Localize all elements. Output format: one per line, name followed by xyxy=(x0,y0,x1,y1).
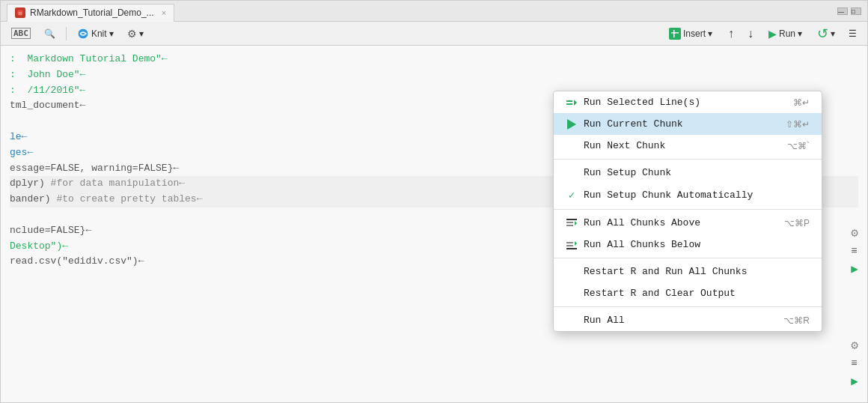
menu-item-run-setup-auto[interactable]: ✓ Run Setup Chunk Automatically xyxy=(554,184,822,207)
menu-label-restart-clear: Restart R and Clear Output xyxy=(584,288,736,299)
svg-rect-9 xyxy=(566,222,573,223)
code-editor[interactable]: : Markdown Tutorial Demo"← : John Doe"← … xyxy=(1,46,867,402)
menu-divider-3 xyxy=(554,258,822,258)
run-label: Run xyxy=(779,28,795,39)
menu-label-run-all: Run All xyxy=(584,315,625,326)
menu-label-run-next: Run Next Chunk xyxy=(584,140,665,151)
menu-label-run-all-above: Run All Chunks Above xyxy=(584,217,700,228)
menu-item-run-next[interactable]: Run Next Chunk ⌥⌘` xyxy=(554,135,822,157)
menu-divider-1 xyxy=(554,159,822,160)
tab-title: RMarkdown_Tutorial_Demo_... xyxy=(30,7,154,18)
minimize-button[interactable]: — xyxy=(837,7,848,15)
settings-button[interactable]: ⚙ ▾ xyxy=(123,26,148,41)
chunk-settings-icon-2[interactable]: ⚙ xyxy=(851,338,858,353)
run-all-below-icon xyxy=(566,240,578,249)
insert-icon xyxy=(669,28,681,40)
svg-rect-5 xyxy=(566,100,572,102)
abc-icon: ABC xyxy=(11,28,31,39)
svg-rect-13 xyxy=(566,245,573,246)
menu-label-restart-run: Restart R and Run All Chunks xyxy=(584,266,747,277)
chunk-settings-icon[interactable]: ⚙ xyxy=(851,225,858,240)
svg-rect-3 xyxy=(671,32,679,34)
svg-rect-6 xyxy=(566,103,572,105)
menu-divider-2 xyxy=(554,209,822,210)
menu-item-restart-clear[interactable]: Restart R and Clear Output xyxy=(554,282,822,304)
insert-dropdown-arrow: ▾ xyxy=(708,28,712,39)
gear-icon: ⚙ xyxy=(127,28,137,40)
divider xyxy=(66,27,67,40)
knit-label: Knit xyxy=(91,28,107,39)
knit-button[interactable]: Knit ▾ xyxy=(73,26,118,41)
svg-rect-12 xyxy=(566,242,573,243)
options-dropdown-arrow: ▾ xyxy=(831,28,835,39)
knit-dropdown-arrow: ▾ xyxy=(109,28,114,39)
editor-window: R RMarkdown_Tutorial_Demo_... × — □ ABC … xyxy=(0,0,868,403)
menu-item-restart-run[interactable]: Restart R and Run All Chunks xyxy=(554,261,822,282)
title-bar: R RMarkdown_Tutorial_Demo_... × — □ xyxy=(1,1,867,22)
down-arrow-icon: ↓ xyxy=(748,27,754,40)
navigate-up-button[interactable]: ↑ xyxy=(724,25,739,42)
cycle-icon: ↺ xyxy=(817,25,828,42)
run-arrow-icon: ▶ xyxy=(768,28,777,40)
run-all-above-icon xyxy=(566,219,578,228)
chunk-run-icon-2[interactable]: ▶ xyxy=(851,374,858,389)
svg-marker-15 xyxy=(575,241,577,246)
menu-item-run-all-below[interactable]: Run All Chunks Below xyxy=(554,234,822,255)
menu-label-run-setup-auto: Run Setup Chunk Automatically xyxy=(584,190,753,201)
chunk-controls: ⚙ ≡ ▶ xyxy=(851,225,858,276)
menu-label-run-setup: Run Setup Chunk xyxy=(584,167,671,178)
toolbar: ABC 🔍 Knit ▾ ⚙ ▾ xyxy=(1,22,867,46)
menu-item-run-all[interactable]: Run All ⌥⌘R xyxy=(554,309,822,331)
run-dropdown-menu: Run Selected Line(s) ⌘↵ Run Current Chun… xyxy=(553,91,822,332)
menu-label-run-selected: Run Selected Line(s) xyxy=(584,97,700,108)
settings-dropdown-arrow: ▾ xyxy=(139,28,144,39)
insert-button[interactable]: Insert ▾ xyxy=(662,25,719,42)
lines-icon: ☰ xyxy=(849,28,857,39)
run-dropdown-arrow: ▾ xyxy=(798,28,802,39)
menu-divider-4 xyxy=(554,306,822,307)
svg-rect-4 xyxy=(673,30,675,37)
menu-item-run-current[interactable]: Run Current Chunk ⇧⌘↵ xyxy=(554,113,822,135)
svg-marker-11 xyxy=(575,221,577,225)
navigate-down-button[interactable]: ↓ xyxy=(743,25,758,42)
menu-item-run-all-above[interactable]: Run All Chunks Above ⌥⌘P xyxy=(554,212,822,234)
code-line-1: : Markdown Tutorial Demo"← xyxy=(10,52,858,67)
menu-label-run-all-below: Run All Chunks Below xyxy=(584,239,700,250)
chunk-run-icon[interactable]: ▶ xyxy=(851,261,858,276)
up-arrow-icon: ↑ xyxy=(728,27,734,40)
editor-tab[interactable]: R RMarkdown_Tutorial_Demo_... × xyxy=(7,4,174,22)
menu-item-run-selected[interactable]: Run Selected Line(s) ⌘↵ xyxy=(554,91,822,113)
magnify-icon: 🔍 xyxy=(44,28,55,39)
chunk-up-icon[interactable]: ≡ xyxy=(851,245,858,257)
menu-label-run-current: Run Current Chunk xyxy=(584,118,683,130)
window-controls: — □ xyxy=(837,7,861,15)
menu-item-run-setup[interactable]: Run Setup Chunk xyxy=(554,162,822,184)
svg-rect-14 xyxy=(566,248,577,249)
knit-icon xyxy=(77,28,89,40)
view-options-button[interactable]: ☰ xyxy=(844,27,861,40)
svg-text:R: R xyxy=(19,11,22,16)
chunk-up-icon-2[interactable]: ≡ xyxy=(851,357,858,369)
code-line-2: : John Doe"← xyxy=(10,67,858,83)
spell-check-button[interactable]: ABC xyxy=(7,26,35,40)
shortcut-run-all-above: ⌥⌘P xyxy=(784,218,810,228)
shortcut-run-selected: ⌘↵ xyxy=(793,97,810,108)
shortcut-run-next: ⌥⌘` xyxy=(787,141,810,151)
svg-rect-8 xyxy=(566,219,577,220)
chunk-controls-2: ⚙ ≡ ▶ xyxy=(851,338,858,389)
tab-close-button[interactable]: × xyxy=(162,8,166,17)
svg-rect-10 xyxy=(566,225,573,226)
toolbar-left: ABC 🔍 Knit ▾ ⚙ ▾ xyxy=(7,26,148,41)
options-button[interactable]: ↺ ▾ xyxy=(813,24,840,43)
svg-marker-7 xyxy=(574,100,577,106)
shortcut-run-all: ⌥⌘R xyxy=(783,315,810,326)
insert-label: Insert xyxy=(683,28,706,39)
maximize-button[interactable]: □ xyxy=(851,7,861,15)
run-selected-icon xyxy=(566,98,578,107)
check-icon: ✓ xyxy=(566,189,578,202)
search-button[interactable]: 🔍 xyxy=(40,27,60,40)
file-icon: R xyxy=(15,7,25,18)
shortcut-run-current: ⇧⌘↵ xyxy=(786,119,810,130)
toolbar-right: Insert ▾ ↑ ↓ ▶ Run ▾ ↺ ▾ ☰ xyxy=(662,24,861,43)
run-button[interactable]: ▶ Run ▾ xyxy=(762,26,808,41)
